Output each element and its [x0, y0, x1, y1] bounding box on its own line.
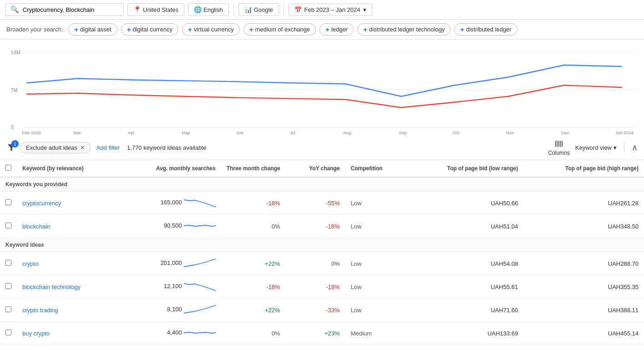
filter-bar-right: Columns Keyword view ▾ ∧: [548, 139, 638, 156]
location-label: United States: [143, 6, 178, 13]
language-filter[interactable]: 🌐 English: [188, 3, 229, 16]
keyword-cell[interactable]: blockchain: [17, 215, 120, 238]
row-checkbox-1-3[interactable]: [5, 330, 11, 335]
bid-low-cell: UAH133.69: [406, 322, 523, 345]
broaden-tag-label-1: digital currency: [132, 26, 172, 33]
collapse-button[interactable]: ∧: [632, 142, 638, 152]
col-competition[interactable]: Competition: [345, 160, 406, 177]
three-month-cell: +19%: [221, 345, 286, 350]
row-checkbox-1-0[interactable]: [5, 260, 11, 266]
exclude-adult-chip[interactable]: Exclude adult ideas ✕: [20, 142, 91, 153]
table-row: buy crypto4,400 0%+23%MediumUAH133.69UAH…: [0, 322, 644, 345]
competition-cell: Low: [345, 252, 406, 275]
table-row: cryptocurrency165,000 -18%-55%LowUAH50.6…: [0, 192, 644, 215]
add-filter-button[interactable]: Add filter: [95, 144, 122, 151]
plus-icon-5: +: [363, 25, 367, 33]
yoy-cell: -18%: [286, 215, 345, 238]
broaden-tag-label-0: digital asset: [80, 26, 112, 33]
header-bar: 🔍 📍 United States 🌐 English 📊 Google 📅 F…: [0, 0, 644, 20]
competition-cell: Low: [345, 345, 406, 350]
calendar-icon: 📅: [294, 6, 302, 13]
col-three-month[interactable]: Three month change: [221, 160, 286, 177]
vertical-divider: [624, 142, 624, 153]
broaden-tag-1[interactable]: + digital currency: [121, 23, 178, 36]
search-box[interactable]: 🔍: [5, 3, 124, 16]
search-input[interactable]: [23, 6, 114, 13]
select-all-checkbox[interactable]: [5, 165, 11, 171]
three-month-cell: 0%: [221, 322, 286, 345]
keyword-cell[interactable]: crypto: [17, 252, 120, 275]
col-avg-searches[interactable]: Avg. monthly searches: [120, 160, 221, 177]
section-header-0: Keywords you provided: [0, 177, 644, 192]
plus-icon-1: +: [127, 25, 131, 33]
avg-searches-cell: 12,100: [120, 275, 221, 299]
bid-high-cell: UAH455.14: [523, 322, 644, 345]
table-row: crypto201,000 +22%0%LowUAH54.08UAH288.70: [0, 252, 644, 275]
select-all-header[interactable]: [0, 160, 17, 177]
keyword-cell[interactable]: quicknode: [17, 345, 120, 350]
col-bid-high[interactable]: Top of page bid (high range): [523, 160, 644, 177]
platform-icon: 📊: [244, 6, 252, 13]
row-checkbox-0-1[interactable]: [5, 223, 11, 228]
col-avg-searches-label: Avg. monthly searches: [156, 165, 216, 172]
date-range-filter[interactable]: 📅 Feb 2023 – Jan 2024 ▾: [289, 4, 372, 16]
broaden-tag-6[interactable]: + distributed ledger: [454, 23, 517, 36]
broaden-tag-2[interactable]: + virtual currency: [182, 23, 240, 36]
competition-cell: Medium: [345, 322, 406, 345]
keyword-cell[interactable]: blockchain technology: [17, 275, 120, 299]
svg-text:Apr: Apr: [128, 130, 135, 135]
avg-searches-cell: 8,100: [120, 299, 221, 322]
keyword-cell[interactable]: buy crypto: [17, 322, 120, 345]
bid-high-cell: UAH9,649.18: [523, 345, 644, 350]
broaden-bar: Broaden your search: + digital asset + d…: [0, 20, 644, 40]
col-yoy[interactable]: YoY change: [286, 160, 345, 177]
platform-label: Google: [254, 6, 273, 13]
broaden-tag-label-2: virtual currency: [194, 26, 234, 33]
keyword-view-button[interactable]: Keyword view ▾: [575, 144, 617, 151]
svg-text:May: May: [182, 130, 190, 135]
keyword-cell[interactable]: crypto trading: [17, 299, 120, 322]
competition-cell: Low: [345, 215, 406, 238]
svg-text:Aug: Aug: [343, 130, 351, 135]
remove-filter-icon[interactable]: ✕: [80, 144, 85, 151]
broaden-tag-0[interactable]: + digital asset: [68, 23, 117, 36]
svg-text:7M: 7M: [11, 87, 18, 93]
three-month-cell: -18%: [221, 192, 286, 215]
yoy-cell: -33%: [286, 299, 345, 322]
columns-button[interactable]: Columns: [548, 139, 569, 156]
keyword-view-label: Keyword view: [575, 144, 612, 151]
bid-high-cell: UAH388.11: [523, 299, 644, 322]
svg-text:Jun: Jun: [236, 130, 243, 135]
chevron-down-icon: ▾: [614, 144, 617, 151]
svg-text:Feb 2023: Feb 2023: [22, 130, 41, 135]
broaden-tag-4[interactable]: + ledger: [319, 23, 354, 36]
filter-button[interactable]: 1: [6, 142, 16, 152]
table-header-row: Keyword (by relevance) Avg. monthly sear…: [0, 160, 644, 177]
bid-high-cell: UAH348.50: [523, 215, 644, 238]
svg-text:Jul: Jul: [289, 130, 295, 135]
exclude-adult-label: Exclude adult ideas: [26, 144, 77, 151]
platform-filter[interactable]: 📊 Google: [238, 3, 279, 16]
avg-searches-cell: 165,000: [120, 192, 221, 215]
row-checkbox-1-1[interactable]: [5, 283, 11, 289]
yoy-cell: -18%: [286, 275, 345, 299]
filter-bar: 1 Exclude adult ideas ✕ Add filter 1,770…: [0, 135, 644, 160]
search-icon: 🔍: [10, 5, 19, 14]
col-keyword[interactable]: Keyword (by relevance): [17, 160, 120, 177]
bid-low-cell: UAH940.55: [406, 345, 523, 350]
date-range-label: Feb 2023 – Jan 2024: [304, 6, 360, 13]
competition-cell: Low: [345, 299, 406, 322]
broaden-tag-label-5: distributed ledger technology: [369, 26, 445, 33]
location-filter[interactable]: 📍 United States: [127, 3, 184, 16]
keyword-cell[interactable]: cryptocurrency: [17, 192, 120, 215]
avg-searches-cell: 90,500: [120, 215, 221, 238]
col-bid-low[interactable]: Top of page bid (low range): [406, 160, 523, 177]
row-checkbox-0-0[interactable]: [5, 199, 11, 205]
row-checkbox-1-2[interactable]: [5, 306, 11, 312]
language-label: English: [203, 6, 223, 13]
broaden-tag-5[interactable]: + distributed ledger technology: [357, 23, 451, 36]
yoy-cell: +23%: [286, 322, 345, 345]
keyword-table: Keyword (by relevance) Avg. monthly sear…: [0, 160, 644, 350]
broaden-tag-3[interactable]: + medium of exchange: [243, 23, 316, 36]
broaden-tag-label-6: distributed ledger: [466, 26, 512, 33]
